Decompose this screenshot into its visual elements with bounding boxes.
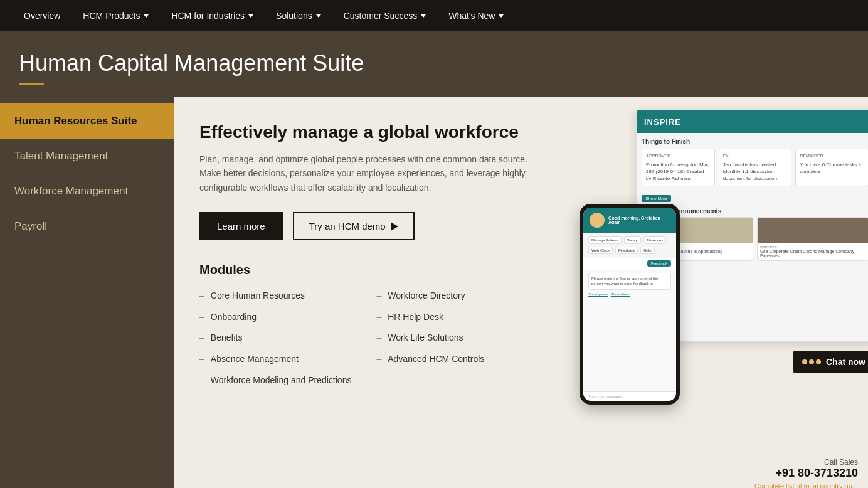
inspire-things-title: Things to Finish [642,138,868,145]
sales-phone: +91 80-3713210 [753,467,858,480]
list-dash: – [199,312,204,322]
list-item: – Work Life Solutions [376,332,514,344]
module-workforce-dir: Workforce Directory [388,290,465,302]
list-item: – HR Help Desk [376,311,514,324]
nav-whats-new-label: What's New [448,11,495,21]
modules-heading: Modules [199,263,843,277]
chevron-down-icon [248,14,253,18]
module-benefits: Benefits [211,332,243,344]
try-demo-label: Try an HCM demo [309,221,386,231]
modules-section: Modules – Core Human Resources – Onboard… [199,263,843,386]
list-item: – Advanced HCM Controls [376,353,514,366]
module-hr-help-desk: HR Help Desk [388,311,443,324]
sidebar-item-payroll-label: Payroll [14,220,47,232]
nav-customer-success-label: Customer Success [344,11,417,21]
nav-solutions[interactable]: Solutions [265,0,332,31]
inspire-card-reminder: REMINDER You have 6 Chrome tasks to comp… [795,149,868,186]
play-icon [391,222,398,231]
website-text: Use Corporate Credit Card to Manage Comp… [760,249,865,258]
website-label: WEBSITE [760,245,865,249]
sidebar-item-payroll[interactable]: Payroll [0,209,174,244]
list-item: – Benefits [199,332,351,344]
inspire-header: INSPIRE [637,110,868,133]
news-text-1: EVENT Annual Review Deadline is Approach… [642,243,753,256]
module-core-hr: Core Human Resources [211,290,305,302]
news-text-2: WEBSITE Use Corporate Credit Card to Man… [758,243,868,260]
list-item: – Workforce Modeling and Predictions [199,374,351,387]
nav-hcm-products-label: HCM Products [83,11,140,21]
inspire-card-fyi: FYI Jan Jacobs has created Monthly 1:1 d… [719,149,792,186]
content-heading: Effectively manage a global workforce [199,122,576,142]
fyi-label: FYI [723,153,788,159]
module-work-life: Work Life Solutions [388,332,463,344]
list-item: – Workforce Directory [376,290,514,302]
action-webclock[interactable]: Web Clock [588,247,613,254]
mobile-input-bar[interactable]: Type your message... [583,391,676,401]
nav-customer-success[interactable]: Customer Success [332,0,437,31]
module-workforce-modeling: Workforce Modeling and Predictions [211,374,352,387]
page-title: Human Capital Management Suite [19,50,849,77]
module-absence: Absence Management [211,353,299,366]
inspire-card-approved: APPROVED Promotion for resigning Mia, 28… [642,149,715,186]
inspire-show-more[interactable]: Show More [642,195,671,202]
nav-overview-label: Overview [24,11,60,21]
inspire-cards: APPROVED Promotion for resigning Mia, 28… [642,149,868,186]
list-item: – Absence Management [199,353,351,366]
modules-grid: – Core Human Resources – Onboarding – Be… [199,290,843,386]
sidebar-item-hr-suite-label: Human Resources Suite [14,115,137,127]
reminder-text: You have 6 Chrome tasks to complete [800,161,864,175]
action-help[interactable]: Help [640,247,654,254]
module-advanced-hcm: Advanced HCM Controls [388,353,484,366]
sidebar-item-talent[interactable]: Talent Management [0,139,174,174]
approved-text: Promotion for resigning Mia, 287 (2019-0… [646,161,711,183]
buttons-row: Learn more Try an HCM demo [199,212,843,240]
inspire-logo: INSPIRE [644,117,681,127]
module-onboarding: Onboarding [211,311,257,324]
nav-solutions-label: Solutions [276,11,312,21]
sidebar-item-workforce[interactable]: Workforce Management [0,174,174,209]
modules-col-1: – Core Human Resources – Onboarding – Be… [199,290,351,386]
list-item: – Onboarding [199,311,351,324]
chevron-down-icon [144,14,149,18]
call-sales-label: Call Sales [753,458,858,467]
chevron-down-icon [316,14,321,18]
page-header: Human Capital Management Suite [0,31,868,97]
list-dash: – [376,332,381,342]
nav-hcm-industries[interactable]: HCM for Industries [160,0,265,31]
local-country-link[interactable]: Complete list of local country nu... [754,482,858,488]
nav-hcm-products[interactable]: HCM Products [71,0,160,31]
modules-col-2: – Workforce Directory – HR Help Desk – W… [376,290,514,386]
content-description: Plan, manage, and optimize global people… [199,152,551,194]
event-label: EVENT [645,245,750,249]
chevron-down-icon [421,14,426,18]
nav-whats-new[interactable]: What's New [437,0,515,31]
list-dash: – [199,354,204,364]
list-dash: – [199,332,204,342]
list-dash: – [376,354,381,364]
approved-label: APPROVED [646,153,711,159]
event-text: Annual Review Deadline is Approaching [645,249,750,253]
nav-hcm-industries-label: HCM for Industries [171,11,245,21]
list-dash: – [376,312,381,322]
list-item: – Core Human Resources [199,290,351,302]
sales-bar: Call Sales +91 80-3713210 Complete list … [743,452,868,488]
top-nav: Overview HCM Products HCM for Industries… [0,0,868,31]
learn-more-button[interactable]: Learn more [199,212,283,240]
content-panel: Effectively manage a global workforce Pl… [174,97,868,488]
sidebar: Human Resources Suite Talent Management … [0,97,174,488]
action-feedback[interactable]: Feedback [615,247,638,254]
nav-overview[interactable]: Overview [13,0,71,31]
main-content: Human Resources Suite Talent Management … [0,97,868,488]
chevron-down-icon [499,14,504,18]
try-demo-button[interactable]: Try an HCM demo [293,212,415,240]
list-dash: – [199,375,204,385]
sidebar-item-talent-label: Talent Management [14,150,108,162]
reminder-label: REMINDER [800,153,864,159]
sidebar-item-workforce-label: Workforce Management [14,185,128,197]
content-inner: Effectively manage a global workforce Pl… [174,97,868,488]
list-dash: – [199,290,204,300]
fyi-text: Jan Jacobs has created Monthly 1:1 discu… [723,161,788,183]
title-underline [19,83,44,85]
sidebar-item-hr-suite[interactable]: Human Resources Suite [0,103,174,139]
list-dash: – [376,290,381,300]
